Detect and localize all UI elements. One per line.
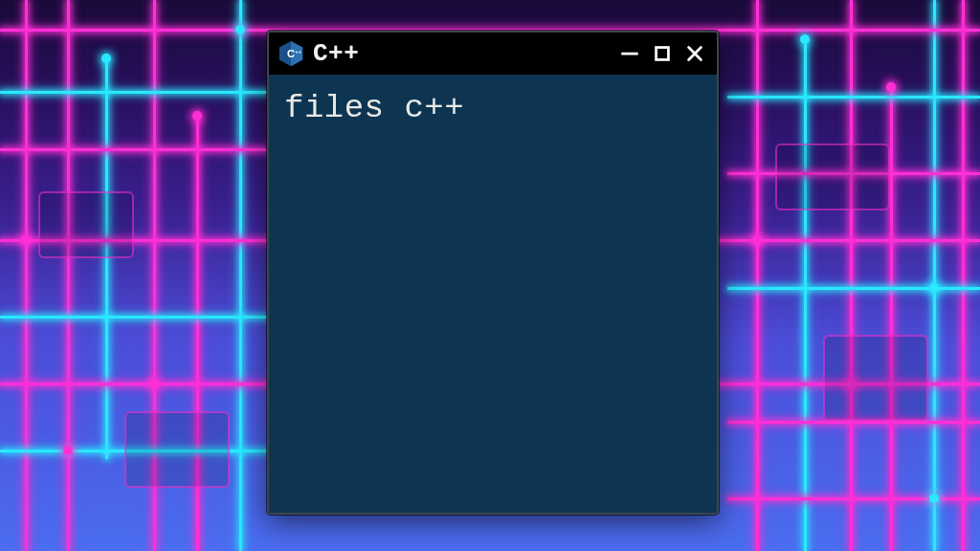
decorative-trace (850, 0, 853, 551)
decorative-chip (775, 143, 890, 210)
svg-text:C: C (287, 48, 295, 59)
window-title: C++ (313, 39, 359, 68)
maximize-button[interactable] (650, 41, 675, 66)
decorative-trace (25, 0, 28, 551)
minimize-button[interactable] (617, 41, 642, 66)
decorative-node (929, 494, 939, 503)
decorative-trace (756, 0, 759, 551)
decorative-node (21, 235, 31, 245)
decorative-node (101, 54, 111, 63)
decorative-trace (727, 96, 980, 99)
window-controls (617, 41, 707, 66)
terminal-window: C + + C++ files c++ (267, 31, 719, 515)
decorative-trace (962, 0, 965, 551)
svg-text:+: + (296, 49, 299, 55)
decorative-chip (823, 335, 928, 421)
decorative-trace (0, 91, 268, 94)
decorative-node (149, 379, 159, 388)
window-titlebar: C + + C++ (269, 33, 717, 75)
decorative-node (800, 34, 810, 44)
terminal-line: files c++ (284, 88, 702, 129)
decorative-trace (67, 0, 70, 551)
decorative-trace (804, 38, 807, 551)
decorative-node (929, 283, 939, 293)
decorative-trace (727, 287, 980, 290)
decorative-node (752, 235, 762, 245)
decorative-chip (124, 411, 230, 488)
cpp-icon: C + + (277, 39, 305, 68)
decorative-trace (0, 148, 268, 151)
decorative-node (886, 82, 896, 92)
decorative-chip (38, 191, 134, 258)
decorative-node (63, 446, 73, 455)
decorative-trace (933, 0, 936, 551)
decorative-trace (105, 57, 108, 459)
decorative-trace (239, 0, 242, 551)
decorative-trace (727, 421, 980, 424)
terminal-content[interactable]: files c++ (269, 75, 717, 513)
decorative-trace (890, 86, 893, 551)
decorative-trace (727, 497, 980, 500)
svg-rect-6 (657, 48, 669, 60)
close-button[interactable] (682, 41, 707, 66)
decorative-trace (0, 316, 268, 319)
svg-text:+: + (299, 49, 301, 55)
decorative-node (192, 111, 202, 121)
